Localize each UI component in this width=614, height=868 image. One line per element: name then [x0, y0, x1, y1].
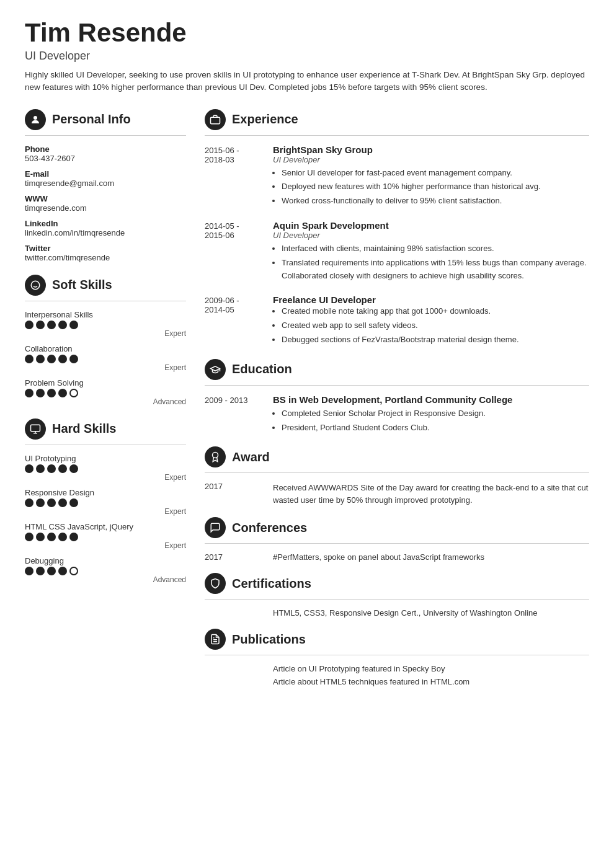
personal-info-divider [25, 135, 186, 136]
certifications-header: Certifications [205, 573, 589, 594]
skill-interpersonal: Interpersonal Skills Expert [25, 310, 186, 338]
award-2017: 2017 Received AWWWARDS Site of the Day a… [205, 482, 589, 506]
hard-skills-divider [25, 445, 186, 445]
soft-skills-section: Soft Skills Interpersonal Skills Expert … [25, 275, 186, 406]
skill-ui-prototyping: UI Prototyping Expert [25, 454, 186, 482]
left-column: Personal Info Phone 503-437-2607 E-mail … [25, 107, 186, 596]
certifications-title: Certifications [232, 577, 311, 591]
skill-html-css-js: HTML CSS JavaScript, jQuery Expert [25, 522, 186, 550]
soft-skills-title: Soft Skills [52, 278, 112, 292]
publication-2: Article about HTML5 techniques featured … [273, 677, 589, 686]
experience-section: Experience 2015-06 - 2018-03 BrightSpan … [205, 109, 589, 348]
soft-skills-divider [25, 301, 186, 301]
twitter-item: Twitter twitter.com/timqresende [25, 244, 186, 262]
exp-aquin: 2014-05 - 2015-06 Aquin Spark Developmen… [205, 220, 589, 283]
html-css-js-dots [25, 533, 186, 541]
exp-brightspan-dates: 2015-06 - 2018-03 [205, 144, 260, 209]
edu-dates: 2009 - 2013 [205, 394, 260, 436]
svg-point-1 [31, 281, 40, 290]
skill-responsive-design: Responsive Design Expert [25, 488, 186, 516]
conferences-divider [205, 543, 589, 544]
conferences-header: Conferences [205, 517, 589, 538]
education-section: Education 2009 - 2013 BS in Web Developm… [205, 359, 589, 436]
experience-divider [205, 135, 589, 136]
exp-freelance: 2009-06 - 2014-05 Freelance UI Developer… [205, 294, 589, 347]
certifications-text: HTML5, CSS3, Responsive Design Cert., Un… [273, 608, 589, 618]
soft-skills-header: Soft Skills [25, 275, 186, 296]
edu-bullets: Completed Senior Scholar Project in Resp… [273, 407, 589, 435]
svg-point-0 [33, 116, 37, 120]
conferences-title: Conferences [232, 521, 307, 535]
education-icon [205, 359, 226, 380]
phone-item: Phone 503-437-2607 [25, 144, 186, 163]
publications-title: Publications [232, 632, 306, 647]
collaboration-dots [25, 355, 186, 363]
soft-skills-icon [25, 275, 46, 296]
exp-brightspan-bullets: Senior UI developer for fast-paced event… [273, 167, 589, 208]
conferences-section: Conferences 2017 #PerfMatters, spoke on … [205, 517, 589, 562]
right-column: Experience 2015-06 - 2018-03 BrightSpan … [205, 107, 589, 698]
exp-freelance-content: Freelance UI Developer Created mobile no… [273, 294, 589, 347]
edu-content: BS in Web Development, Portland Communit… [273, 394, 589, 436]
edu-portland: 2009 - 2013 BS in Web Development, Portl… [205, 394, 589, 436]
hard-skills-header: Hard Skills [25, 418, 186, 440]
education-title: Education [232, 362, 292, 376]
experience-header: Experience [205, 109, 589, 130]
header: Tim Resende UI Developer Highly skilled … [25, 19, 589, 94]
conf-2017: 2017 #PerfMatters, spoke on panel about … [205, 552, 589, 562]
linkedin-item: LinkedIn linkedin.com/in/timqresende [25, 219, 186, 237]
exp-aquin-content: Aquin Spark Development UI Developer Int… [273, 220, 589, 283]
svg-rect-4 [31, 425, 40, 432]
award-section: Award 2017 Received AWWWARDS Site of the… [205, 446, 589, 506]
main-content: Personal Info Phone 503-437-2607 E-mail … [25, 107, 589, 698]
svg-rect-7 [211, 117, 220, 124]
personal-info-title: Personal Info [52, 112, 131, 126]
exp-aquin-bullets: Interfaced with clients, maintaining 98%… [273, 242, 589, 282]
debugging-dots [25, 567, 186, 575]
svg-point-8 [213, 453, 218, 458]
experience-title: Experience [232, 112, 298, 126]
ui-prototyping-dots [25, 464, 186, 473]
candidate-title: UI Developer [25, 50, 589, 63]
skill-collaboration: Collaboration Expert [25, 344, 186, 372]
certifications-section: Certifications HTML5, CSS3, Responsive D… [205, 573, 589, 618]
publications-section: Publications Article on UI Prototyping f… [205, 629, 589, 686]
candidate-name: Tim Resende [25, 19, 589, 47]
exp-brightspan: 2015-06 - 2018-03 BrightSpan Sky Group U… [205, 144, 589, 209]
award-divider [205, 472, 589, 473]
publications-icon [205, 629, 226, 650]
exp-freelance-dates: 2009-06 - 2014-05 [205, 294, 260, 347]
award-header: Award [205, 446, 589, 467]
exp-freelance-bullets: Created mobile note taking app that got … [273, 305, 589, 346]
email-item: E-mail timqresende@gmail.com [25, 169, 186, 188]
person-icon [25, 109, 46, 130]
personal-info-header: Personal Info [25, 109, 186, 130]
publications-header: Publications [205, 629, 589, 650]
education-divider [205, 385, 589, 386]
publication-1: Article on UI Prototyping featured in Sp… [273, 664, 589, 673]
www-item: WWW timqresende.com [25, 194, 186, 213]
personal-info-items: Phone 503-437-2607 E-mail timqresende@gm… [25, 144, 186, 262]
personal-info-section: Personal Info Phone 503-437-2607 E-mail … [25, 109, 186, 262]
hard-skills-icon [25, 418, 46, 440]
award-icon [205, 446, 226, 467]
hard-skills-title: Hard Skills [52, 422, 116, 436]
problem-solving-dots [25, 389, 186, 397]
exp-brightspan-content: BrightSpan Sky Group UI Developer Senior… [273, 144, 589, 209]
conferences-icon [205, 517, 226, 538]
education-header: Education [205, 359, 589, 380]
experience-icon [205, 109, 226, 130]
interpersonal-dots [25, 321, 186, 329]
certifications-icon [205, 573, 226, 594]
responsive-design-dots [25, 498, 186, 507]
award-title: Award [232, 450, 270, 464]
publications-divider [205, 655, 589, 655]
candidate-summary: Highly skilled UI Developer, seeking to … [25, 69, 589, 94]
exp-aquin-dates: 2014-05 - 2015-06 [205, 220, 260, 283]
hard-skills-section: Hard Skills UI Prototyping Expert Respon… [25, 418, 186, 584]
skill-debugging: Debugging Advanced [25, 556, 186, 584]
skill-problem-solving: Problem Solving Advanced [25, 378, 186, 406]
certifications-divider [205, 599, 589, 600]
